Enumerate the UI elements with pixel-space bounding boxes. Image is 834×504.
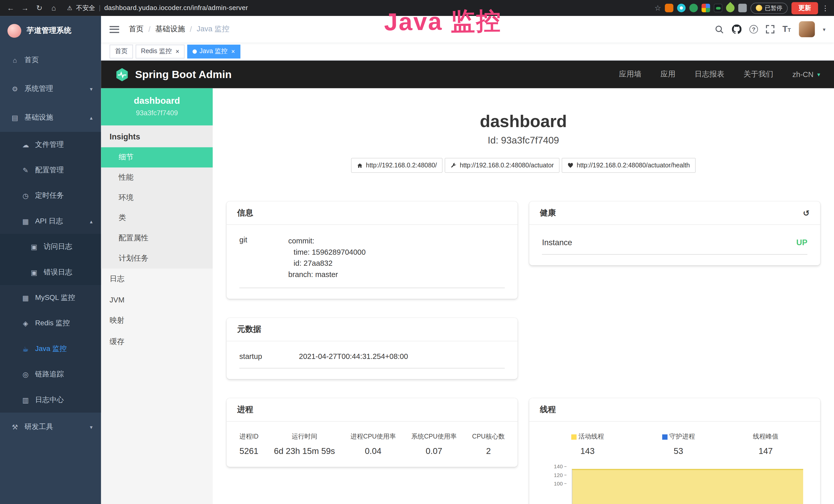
sba-nav-applications[interactable]: 应用 <box>661 70 676 79</box>
sidebar-logo[interactable]: 芋道管理系统 <box>0 16 101 46</box>
heart-icon <box>568 162 574 168</box>
sidebar-item-error-log[interactable]: 错误日志 <box>0 259 101 285</box>
hamburger-icon[interactable] <box>110 26 119 32</box>
actuator-url-link[interactable]: http://192.168.0.2:48080/actuator <box>445 158 560 173</box>
extension-leaf-icon[interactable] <box>724 2 737 14</box>
service-url-text: http://192.168.0.2:48080/ <box>366 162 437 169</box>
extensions-puzzle-icon[interactable] <box>738 4 747 12</box>
process-col-cores: CPU核心数 2 <box>472 432 505 456</box>
insights-item-details[interactable]: 细节 <box>101 147 213 168</box>
browser-reload-icon[interactable] <box>34 4 45 12</box>
close-tab-icon[interactable] <box>175 47 179 55</box>
fullscreen-icon[interactable] <box>766 25 774 33</box>
help-icon[interactable]: ? <box>749 25 758 33</box>
sidebar-item-infra[interactable]: 基础设施 <box>0 103 101 132</box>
main-sidebar: 芋道管理系统 首页 系统管理 基础设施 <box>0 16 101 504</box>
tab-home[interactable]: 首页 <box>110 44 133 58</box>
extension-fox-icon[interactable] <box>665 4 674 12</box>
tabs-bar: 首页 Redis 监控 Java 监控 <box>101 43 834 61</box>
chevron-up-icon <box>90 115 92 120</box>
legend-label: 活动线程 <box>578 432 604 441</box>
column-header: 运行时间 <box>274 432 335 441</box>
sba-brand[interactable]: Spring Boot Admin <box>115 67 232 82</box>
insights-item-environment[interactable]: 环境 <box>101 188 213 208</box>
tab-java-monitor[interactable]: Java 监控 <box>187 44 240 58</box>
breadcrumb-home[interactable]: 首页 <box>129 24 144 34</box>
sidebar-item-config-manage[interactable]: 配置管理 <box>0 157 101 183</box>
browser-home-icon[interactable] <box>48 4 59 12</box>
insights-item-metrics[interactable]: 性能 <box>101 167 213 188</box>
tab-label: Redis 监控 <box>141 47 172 56</box>
bookmark-star-icon[interactable] <box>655 4 661 12</box>
browser-back-icon[interactable] <box>5 4 16 12</box>
extension-grid-icon[interactable] <box>701 4 710 12</box>
sba-nav-about[interactable]: 关于我们 <box>744 70 773 79</box>
sidebar-item-file-manage[interactable]: 文件管理 <box>0 132 101 157</box>
legend-label: 守护进程 <box>670 432 695 441</box>
sba-nav-links: 应用墙 应用 日志报表 关于我们 zh-CN <box>619 70 820 79</box>
threads-legend: 活动线程 143 守护进程 53 线程峰值 14 <box>542 432 807 456</box>
git-branch-line: branch: master <box>288 269 366 280</box>
legend-label: 线程峰值 <box>753 432 778 441</box>
close-tab-icon[interactable] <box>231 47 235 55</box>
avatar-caret-icon[interactable] <box>823 26 825 32</box>
font-size-icon[interactable]: TT <box>782 24 791 34</box>
extension-green-icon[interactable] <box>689 4 698 12</box>
sidebar-item-label: 首页 <box>24 55 39 65</box>
sidebar-item-home[interactable]: 首页 <box>0 46 101 74</box>
url-text: dashboard.yudao.iocoder.cn/infra/admin-s… <box>104 4 248 12</box>
history-icon[interactable] <box>803 208 810 218</box>
metadata-card-header: 元数据 <box>226 318 518 341</box>
health-instance-row[interactable]: Instance UP <box>542 235 807 255</box>
address-bar[interactable]: 不安全 dashboard.yudao.iocoder.cn/infra/adm… <box>67 3 248 12</box>
sidebar-nav: 首页 系统管理 基础设施 文件管理 <box>0 46 101 441</box>
health-url-text: http://192.168.0.2:48080/actuator/health <box>577 162 690 169</box>
service-url-link[interactable]: http://192.168.0.2:48080/ <box>351 158 443 173</box>
sidebar-item-log-center[interactable]: 日志中心 <box>0 387 101 413</box>
breadcrumb-infra[interactable]: 基础设施 <box>155 24 185 34</box>
sba-nav-wallboard[interactable]: 应用墙 <box>619 70 641 79</box>
breadcrumb-separator <box>149 25 151 33</box>
extension-drop-icon[interactable] <box>677 4 685 12</box>
sidebar-group-mappings[interactable]: 映射 <box>101 310 213 331</box>
sidebar-item-redis-monitor[interactable]: Redis 监控 <box>0 311 101 336</box>
sidebar-item-label: MySQL 监控 <box>35 293 75 302</box>
sidebar-group-logs[interactable]: 日志 <box>101 269 213 290</box>
sidebar-item-api-log[interactable]: API 日志 <box>0 208 101 234</box>
extension-switch-icon[interactable] <box>714 4 722 12</box>
github-icon[interactable] <box>732 24 742 34</box>
sidebar-item-mysql-monitor[interactable]: MySQL 监控 <box>0 285 101 311</box>
insights-item-scheduled-tasks[interactable]: 计划任务 <box>101 248 213 269</box>
chrome-update-button[interactable]: 更新 <box>791 2 818 14</box>
insights-item-configprops[interactable]: 配置属性 <box>101 228 213 248</box>
sidebar-item-tracing[interactable]: 链路追踪 <box>0 362 101 387</box>
tab-redis-monitor[interactable]: Redis 监控 <box>136 44 185 58</box>
search-icon[interactable] <box>715 25 724 33</box>
insights-item-classes[interactable]: 类 <box>101 208 213 228</box>
sidebar-group-caches[interactable]: 缓存 <box>101 331 213 352</box>
sidebar-group-jvm[interactable]: JVM <box>101 290 213 310</box>
sidebar-item-label: 系统管理 <box>24 84 53 93</box>
insights-header[interactable]: Insights <box>101 125 213 147</box>
sidebar-item-java-monitor[interactable]: Java 监控 <box>0 336 101 362</box>
y-axis-tick: 100 <box>542 481 566 486</box>
sba-nav-journal[interactable]: 日志报表 <box>695 70 724 79</box>
sba-brand-label: Spring Boot Admin <box>135 68 232 81</box>
browser-menu-icon[interactable] <box>822 4 829 12</box>
sidebar-item-access-log[interactable]: 访问日志 <box>0 234 101 259</box>
browser-forward-icon[interactable] <box>20 4 30 12</box>
sidebar-item-scheduled-jobs[interactable]: 定时任务 <box>0 183 101 208</box>
legend-peak-threads: 线程峰值 147 <box>753 432 778 456</box>
sidebar-item-label: 研发工具 <box>24 422 53 432</box>
user-avatar[interactable] <box>799 21 815 37</box>
logo-avatar <box>7 24 21 38</box>
health-url-link[interactable]: http://192.168.0.2:48080/actuator/health <box>562 158 696 173</box>
metadata-card-body: startup 2021-04-27T00:44:31.254+08:00 <box>226 341 518 379</box>
sidebar-item-label: 错误日志 <box>44 268 72 277</box>
sba-locale-select[interactable]: zh-CN <box>792 70 820 78</box>
sidebar-item-dev-tools[interactable]: 研发工具 <box>0 413 101 441</box>
sidebar-item-system[interactable]: 系统管理 <box>0 74 101 103</box>
paused-badge[interactable]: 已暂停 <box>750 2 788 13</box>
health-card-header: 健康 <box>529 202 820 225</box>
instance-header[interactable]: dashboard 93a3fc7f7409 <box>101 88 213 125</box>
